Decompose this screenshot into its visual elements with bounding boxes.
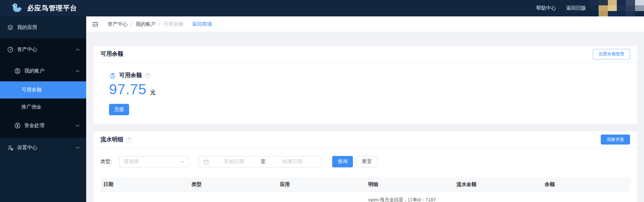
sidebar-item-promo-commission[interactable]: 推广佣金	[0, 99, 86, 116]
chevron-down-icon	[180, 161, 184, 163]
column-header-flow-amount: 流水金额	[453, 181, 542, 188]
cell-detail: open-预充金回退，订单id：7187	[365, 197, 453, 202]
breadcrumb-item-my-account[interactable]: 我的账户	[136, 21, 156, 27]
table-row: open-预充金回退，订单id：7187	[100, 192, 630, 202]
bird-logo-icon	[11, 2, 23, 14]
sidebar-item-label: 我的账户	[24, 68, 44, 74]
column-header-date: 日期	[100, 181, 189, 188]
breadcrumb-item-asset-center[interactable]: 资产中心	[108, 21, 128, 27]
breadcrumb-bar: 资产中心 / 我的账户 / 可用余额 返回商城	[86, 16, 644, 32]
reset-button[interactable]: 重置	[357, 156, 377, 167]
asset-center-group: 资产中心 我的账户 可用余额 推广佣金	[0, 39, 86, 138]
type-select[interactable]: 请选择	[119, 156, 189, 167]
svg-text:¥: ¥	[112, 75, 114, 78]
sidebar-item-label: 资金处理	[24, 122, 44, 129]
user-gear-icon	[7, 145, 14, 151]
balance-card-title: 可用余额	[100, 50, 123, 58]
help-center-link[interactable]: 帮助中心	[536, 5, 556, 11]
end-date-placeholder: 结束日期	[267, 158, 318, 165]
balance-card: 可用余额 设置余额预警 ¥ 可用余额 ? 97.75 元 充值	[93, 46, 637, 124]
recharge-button[interactable]: 充值	[109, 104, 129, 115]
sidebar-item-label: 我的应用	[17, 24, 37, 31]
cell-type	[189, 197, 277, 202]
layers-icon	[7, 24, 14, 31]
cell-date	[100, 197, 189, 202]
filter-row: 类型: 请选择 开始日期 至 结束日期 查询 重置	[100, 156, 630, 167]
breadcrumb-separator: /	[159, 21, 160, 27]
type-filter-label: 类型:	[100, 158, 112, 165]
sidebar-item-label: 推广佣金	[21, 104, 41, 110]
sidebar-item-settings-center[interactable]: 设置中心	[0, 138, 86, 158]
set-balance-alert-button[interactable]: 设置余额预警	[593, 49, 630, 60]
calendar-icon	[203, 159, 209, 165]
date-range-separator: 至	[259, 158, 267, 165]
chevron-down-icon	[75, 124, 80, 127]
sidebar-item-available-balance[interactable]: 可用余额	[0, 81, 86, 99]
cell-app	[277, 197, 365, 202]
flow-detail-card: 流水明细 ? 我要开票 类型: 请选择 开始日期 至 结束日期 查询 重置 日期	[93, 131, 637, 202]
balance-amount: 97.75	[109, 81, 147, 97]
type-select-placeholder: 请选择	[124, 158, 139, 165]
breadcrumb-separator: /	[131, 21, 132, 27]
balance-unit: 元	[150, 89, 156, 96]
date-range-picker[interactable]: 开始日期 至 结束日期	[199, 156, 322, 167]
flow-help-icon[interactable]: ?	[126, 137, 132, 142]
table-header: 日期 类型 应用 明细 流水金额 余额	[100, 177, 630, 192]
sidebar: 我的应用 资产中心 我的账户 可	[0, 16, 86, 202]
cell-balance	[542, 197, 630, 202]
search-button[interactable]: 查询	[332, 156, 353, 167]
user-circle-icon	[14, 68, 21, 74]
gauge-icon	[7, 46, 14, 53]
redacted-username-blur	[590, 0, 644, 16]
money-bag-icon: ¥	[109, 72, 116, 79]
flow-card-title: 流水明细	[100, 136, 123, 143]
chevron-up-icon	[75, 48, 80, 51]
cell-flow-amount	[453, 197, 542, 202]
request-invoice-button[interactable]: 我要开票	[601, 135, 630, 145]
yen-circle-icon	[14, 122, 21, 129]
brand[interactable]: 必应鸟管理平台	[11, 2, 77, 14]
chevron-up-icon	[75, 70, 80, 72]
sidebar-item-my-account[interactable]: 我的账户	[0, 61, 86, 81]
sidebar-item-fund-processing[interactable]: 资金处理	[0, 116, 86, 136]
top-bar: 必应鸟管理平台 帮助中心 返回旧版	[0, 0, 644, 16]
breadcrumb-item-current: 可用余额	[163, 21, 183, 27]
back-old-version-link[interactable]: 返回旧版	[566, 5, 586, 11]
sidebar-item-label: 可用余额	[21, 87, 41, 93]
column-header-app: 应用	[277, 181, 365, 188]
balance-label: 可用余额	[119, 72, 142, 79]
balance-help-icon[interactable]: ?	[145, 73, 150, 78]
app-title: 必应鸟管理平台	[27, 4, 77, 13]
back-to-mall-link[interactable]: 返回商城	[192, 21, 212, 27]
column-header-balance: 余额	[542, 181, 630, 188]
sidebar-item-asset-center[interactable]: 资产中心	[0, 39, 86, 61]
sidebar-item-label: 资产中心	[17, 46, 37, 53]
menu-fold-icon[interactable]	[92, 21, 98, 27]
chevron-down-icon	[75, 146, 80, 149]
start-date-placeholder: 开始日期	[209, 158, 259, 165]
sidebar-item-my-apps[interactable]: 我的应用	[0, 16, 86, 39]
sidebar-item-label: 设置中心	[17, 145, 37, 151]
column-header-type: 类型	[189, 181, 277, 188]
column-header-detail: 明细	[365, 181, 453, 188]
